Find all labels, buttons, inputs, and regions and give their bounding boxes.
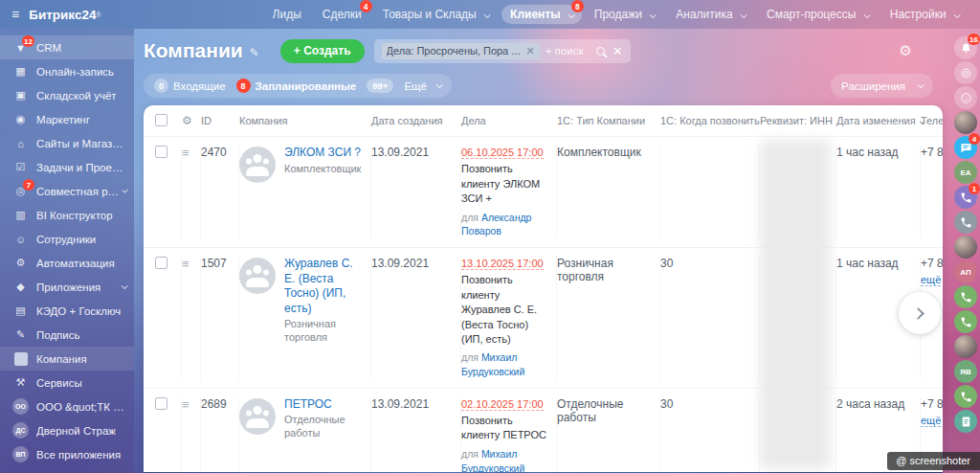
extensions-button[interactable]: Расширения (831, 74, 933, 98)
company-link[interactable]: ЭЛКОМ ЗСИ ? (284, 146, 361, 161)
row-menu-icon[interactable]: ≡ (182, 257, 201, 379)
when-to-call-1c: 30 (660, 397, 760, 473)
phone-value: +7 8 (921, 146, 943, 159)
contact-ap[interactable]: АП (954, 260, 977, 283)
edit-title-icon[interactable]: ✎ (250, 46, 259, 59)
sidebar-item-app-doorguard-icon[interactable]: ДС Дверной Страж (0, 418, 134, 442)
counter-more[interactable]: Ещё (404, 80, 441, 92)
topnav-item[interactable]: Сделки 4 (314, 5, 370, 24)
sidebar-item-apps-icon[interactable]: ◆ Приложения (0, 275, 134, 299)
grid-settings-gear-icon[interactable]: ⚙ (900, 42, 912, 59)
sidebar-item-app-citadel-icon[interactable]: ОО ООО &quot;ТК Цитад... (0, 394, 134, 418)
call-icon[interactable] (954, 385, 977, 408)
topnav-item[interactable]: Настройки (881, 5, 968, 24)
company-link[interactable]: Журавлев С. Е. (Веста Тосно) (ИП, есть) (284, 257, 363, 316)
user-avatar[interactable] (954, 111, 977, 134)
topnav-item[interactable]: Лиды (264, 5, 310, 24)
contact-ea[interactable]: ЕА (954, 161, 977, 184)
crm-icon: ▼12 (12, 39, 29, 56)
call-icon[interactable] (954, 310, 977, 333)
sidebar-item-kedo-icon[interactable]: ▤ КЭДО + Госключ (0, 299, 134, 323)
sidebar-item-tasks-icon[interactable]: ☑ Задачи и Проекты (0, 155, 134, 179)
contact-avatar[interactable] (954, 236, 977, 259)
active-call-icon[interactable]: 1 (954, 186, 977, 209)
topnav-item[interactable]: Аналитика (667, 5, 754, 24)
activity-deadline-link[interactable]: 02.10.2025 17:00 (461, 398, 544, 411)
phone-more-link[interactable]: ещё (921, 274, 941, 286)
apps-icon: ◆ (12, 279, 29, 295)
sidebar-item-employees-icon[interactable]: ☺ Сотрудники (0, 227, 134, 251)
counter-planned[interactable]: 8 Запланированные (236, 79, 357, 93)
assistant-icon[interactable] (954, 86, 977, 109)
activity-deadline-link[interactable]: 13.10.2025 17:00 (461, 258, 544, 270)
messenger-chat-icon[interactable]: 4 (954, 136, 977, 159)
create-button[interactable]: + Создать (280, 39, 365, 63)
sidebar-item-marketing-icon[interactable]: ◉ Маркетинг (0, 107, 134, 131)
notes-icon[interactable] (954, 410, 977, 433)
sidebar-item-sign-icon[interactable]: ✎ Подпись (0, 323, 134, 347)
phone-value: +7 8 (921, 397, 943, 411)
counter-more-count[interactable]: 99+ (367, 79, 393, 93)
col-id[interactable]: ID (201, 115, 239, 126)
marketing-icon: ◉ (12, 111, 29, 127)
company-icon (12, 350, 29, 367)
sidebar-item-company-icon[interactable]: Компания (0, 347, 134, 371)
company-avatar-icon (239, 258, 276, 294)
call-icon[interactable] (954, 285, 977, 308)
hamburger-menu-icon[interactable]: ≡ (0, 7, 29, 22)
topnav-item[interactable]: Товары и Склады (374, 5, 498, 24)
topnav-item[interactable]: Смарт-процессы (758, 5, 878, 24)
company-link[interactable]: ПЕТРОС (284, 397, 363, 413)
search-clear-icon[interactable]: ✕ (612, 44, 623, 58)
call-icon[interactable] (954, 211, 977, 234)
activity-cell: 06.10.2025 17:00 Позвонить клиенту ЭЛКОМ… (461, 146, 557, 238)
sidebar-item-sites-icon[interactable]: ⌂ Сайты и Магазины (0, 131, 134, 155)
grid-header-row: ⚙ ID Компания Дата создания Дела 1С: Тип… (144, 105, 943, 136)
automation-icon: ⚙ (12, 255, 29, 271)
chip-remove-icon[interactable]: ✕ (525, 45, 534, 57)
row-checkbox[interactable] (155, 257, 167, 269)
topnav-item[interactable]: Продажи (586, 5, 663, 24)
col-modified[interactable]: Дата изменения (836, 115, 921, 126)
col-activity[interactable]: Дела (461, 115, 557, 126)
columns-settings-icon[interactable]: ⚙ (182, 114, 201, 127)
sidebar-item-warehouse-icon[interactable]: ▣ Складской учёт (0, 83, 134, 107)
sidebar-item-bi-icon[interactable]: ▥ BI Конструктор (0, 203, 134, 227)
sidebar-item-calendar-icon[interactable]: ▦ Онлайн-запись (0, 59, 134, 83)
row-menu-icon[interactable]: ≡ (182, 146, 201, 238)
top-bar: ≡ Битрикс24 ® Лиды Сделки 4 Товары и Скл… (0, 0, 980, 29)
col-inn[interactable]: Реквизит: ИНН (760, 115, 836, 126)
topnav-item[interactable]: Клиенты 8 (501, 5, 582, 24)
activity-deadline-link[interactable]: 06.10.2025 17:00 (461, 146, 544, 159)
row-menu-icon[interactable]: ≡ (182, 397, 201, 473)
sidebar-item-all-apps-icon[interactable]: ВП Все приложения (0, 442, 134, 466)
notifications-bell-icon[interactable]: 16 (954, 36, 977, 59)
sidebar-item-collab-icon[interactable]: ◎7 Совместная работа (0, 179, 134, 203)
filter-chip[interactable]: Дела: Просрочены, Пора ... ✕ (382, 43, 540, 59)
col-type-1c[interactable]: 1С: Тип Компании (557, 115, 660, 126)
contact-yav[interactable]: ЯВ (954, 360, 977, 383)
page-title: Компании (144, 39, 243, 62)
counter-incoming[interactable]: 0 Входящие (154, 79, 226, 93)
copilot-icon[interactable] (954, 61, 977, 84)
search-bar[interactable]: Дела: Просрочены, Пора ... ✕ + поиск ✕ (374, 39, 631, 63)
sidebar-item-automation-icon[interactable]: ⚙ Автоматизация (0, 251, 134, 275)
sidebar-item-services-icon[interactable]: ⚒ Сервисы (0, 371, 134, 394)
row-checkbox[interactable] (155, 146, 167, 158)
app-citadel-icon: ОО (12, 398, 29, 415)
phone-more-link[interactable]: ещё (921, 415, 941, 427)
sidebar-badge: 12 (22, 35, 34, 47)
row-checkbox[interactable] (155, 397, 167, 410)
screenshot-watermark: @ screenshoter (887, 452, 980, 470)
company-subtype: Отделочные работы (284, 414, 363, 440)
topnav-item[interactable]: Еще (971, 5, 980, 24)
col-company[interactable]: Компания (239, 115, 371, 126)
scroll-right-button[interactable] (899, 292, 941, 334)
search-magnifier-icon[interactable] (596, 47, 605, 56)
contact-avatar[interactable] (954, 335, 977, 358)
sidebar-item-crm-icon[interactable]: ▼12 CRM (0, 35, 134, 59)
services-icon: ⚒ (12, 374, 29, 391)
col-when-call-1c[interactable]: 1С: Когда позвонить (660, 115, 760, 126)
col-created[interactable]: Дата создания (371, 115, 461, 126)
select-all-checkbox[interactable] (155, 114, 167, 126)
